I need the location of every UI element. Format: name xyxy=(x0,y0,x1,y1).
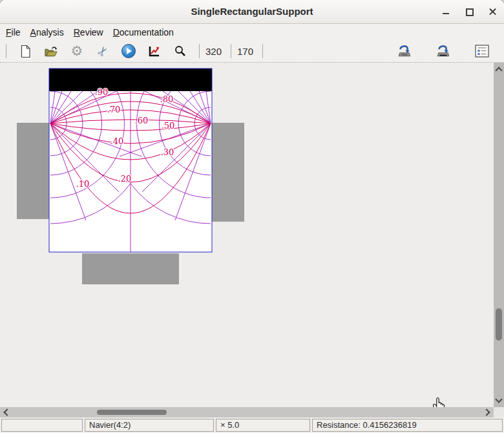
svg-text:.40: .40 xyxy=(110,136,124,146)
toolbar-separator xyxy=(6,44,6,58)
horizontal-scrollbar-thumb[interactable] xyxy=(97,410,167,415)
play-icon xyxy=(121,44,136,58)
contour-plot[interactable]: .90.80.70.60.50.40.30.20.10 xyxy=(0,63,494,407)
close-button[interactable] xyxy=(488,8,496,16)
export-image-icon xyxy=(397,44,412,58)
vertical-scrollbar[interactable] xyxy=(494,63,504,407)
result-chart-button[interactable] xyxy=(147,43,162,59)
svg-text:.60: .60 xyxy=(135,116,149,125)
status-cell-method: Navier(4:2) xyxy=(85,419,214,432)
run-button[interactable] xyxy=(121,43,136,59)
status-cell-scale: × 5.0 xyxy=(216,419,310,432)
open-file-button[interactable] xyxy=(44,43,58,59)
export-data-button[interactable] xyxy=(436,43,450,59)
client-area: .90.80.70.60.50.40.30.20.10 xyxy=(0,63,494,407)
horizontal-scrollbar[interactable] xyxy=(0,407,494,417)
titlebar[interactable]: SingleRectangularSupport xyxy=(0,0,504,24)
svg-text:.50: .50 xyxy=(162,121,175,131)
toolbar-separator xyxy=(262,44,263,58)
zoom-button[interactable] xyxy=(173,43,187,59)
minimize-icon xyxy=(443,13,449,14)
menu-file[interactable]: File xyxy=(6,27,21,37)
new-document-icon xyxy=(20,45,31,58)
scroll-left-icon[interactable] xyxy=(3,408,10,416)
svg-text:.10: .10 xyxy=(76,179,90,189)
svg-text:.80: .80 xyxy=(160,94,174,104)
status-cell-empty xyxy=(1,419,83,432)
scroll-up-icon[interactable] xyxy=(495,67,502,74)
window-title: SingleRectangularSupport xyxy=(0,0,504,23)
minimize-button[interactable] xyxy=(442,8,450,16)
gear-icon: ⚙ xyxy=(71,45,83,58)
menu-documentation[interactable]: Documentation xyxy=(113,27,174,37)
svg-text:.20: .20 xyxy=(118,174,132,184)
report-button[interactable] xyxy=(475,43,489,59)
vertical-scrollbar-thumb[interactable] xyxy=(496,308,502,341)
search-icon xyxy=(174,45,187,58)
export-data-icon xyxy=(436,44,450,58)
statusbar: Navier(4:2) × 5.0 Resistance: 0.41562368… xyxy=(0,417,504,433)
svg-text:.30: .30 xyxy=(161,147,174,157)
scrollbar-corner xyxy=(494,407,504,417)
maximize-icon xyxy=(466,8,474,16)
scissors-icon: ✂ xyxy=(95,43,111,59)
open-folder-icon xyxy=(44,45,58,58)
cut-button[interactable]: ✂ xyxy=(96,43,110,59)
menu-review[interactable]: Review xyxy=(74,27,103,37)
height-field[interactable]: 170 xyxy=(237,46,257,57)
toolbar: ⚙ ✂ 320 170 xyxy=(0,40,504,63)
new-document-button[interactable] xyxy=(18,43,32,59)
svg-text:.90: .90 xyxy=(95,87,109,97)
maximize-button[interactable] xyxy=(465,8,473,16)
window-controls xyxy=(442,0,496,23)
app-window: SingleRectangularSupport File Analysis R… xyxy=(0,0,504,433)
export-image-button[interactable] xyxy=(397,43,412,59)
toolbar-right-group xyxy=(392,43,495,59)
toolbar-separator xyxy=(231,44,231,58)
svg-text:.70: .70 xyxy=(107,105,121,114)
width-field[interactable]: 320 xyxy=(205,46,225,57)
settings-button[interactable]: ⚙ xyxy=(70,43,84,59)
report-form-icon xyxy=(475,45,489,58)
scroll-right-icon[interactable] xyxy=(483,408,490,416)
toolbar-separator xyxy=(199,44,200,58)
menu-analysis[interactable]: Analysis xyxy=(30,27,64,37)
status-cell-resistance: Resistance: 0.4156236819 xyxy=(312,419,503,432)
chart-icon xyxy=(148,45,161,58)
menubar: File Analysis Review Documentation xyxy=(0,24,504,40)
scroll-down-icon[interactable] xyxy=(495,396,502,403)
